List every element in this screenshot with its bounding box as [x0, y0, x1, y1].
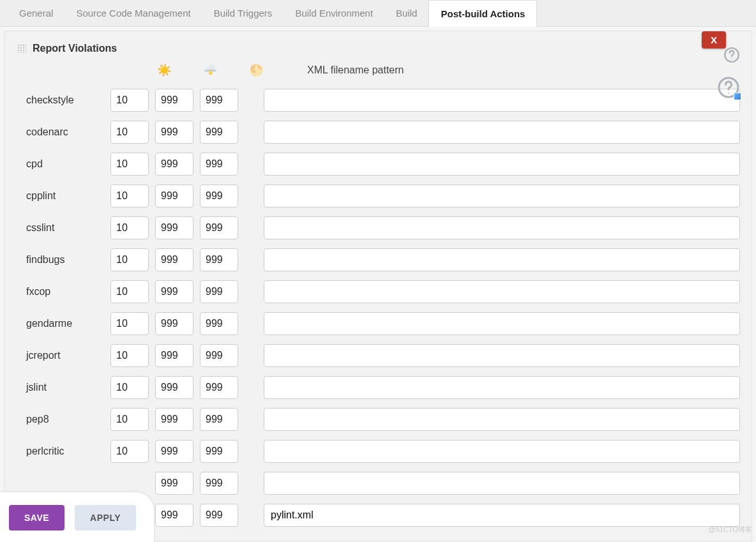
violation-name: fxcop — [16, 286, 110, 297]
violation-name: cpd — [16, 158, 110, 170]
cloudy-threshold-input[interactable] — [200, 440, 238, 463]
pattern-input[interactable] — [264, 89, 740, 112]
cloudy-threshold-input[interactable] — [200, 408, 238, 431]
violation-name: findbugs — [16, 254, 110, 266]
image-badge-icon — [734, 93, 741, 100]
pattern-input[interactable] — [264, 280, 740, 303]
tab-source-code-management[interactable]: Source Code Management — [64, 0, 202, 26]
stormy-threshold-input[interactable] — [155, 344, 193, 367]
stormy-threshold-input[interactable] — [155, 504, 193, 527]
sunny-threshold-input[interactable] — [110, 280, 149, 303]
stormy-threshold-input[interactable] — [155, 472, 193, 495]
watermark: @51CTO博客 — [709, 525, 752, 534]
report-violations-block: Report Violations ☀️ 🌩️ 🌕 XML filename p… — [16, 39, 740, 541]
pattern-input[interactable] — [264, 376, 740, 399]
sunny-threshold-input[interactable] — [110, 376, 149, 399]
pattern-input[interactable] — [264, 184, 740, 207]
close-button[interactable]: X — [702, 31, 726, 49]
cloudy-threshold-input[interactable] — [200, 184, 238, 207]
sunny-threshold-input[interactable] — [110, 184, 149, 207]
pattern-input[interactable] — [264, 153, 740, 176]
save-button[interactable]: SAVE — [9, 505, 64, 531]
cloudy-threshold-input[interactable] — [200, 216, 238, 239]
stormy-threshold-input[interactable] — [155, 376, 193, 399]
help-icon[interactable] — [723, 47, 740, 63]
cloudy-threshold-input[interactable] — [200, 312, 238, 335]
cloudy-threshold-input[interactable] — [200, 121, 238, 144]
stormy-icon: 🌩️ — [190, 63, 231, 77]
sunny-icon: ☀️ — [144, 63, 185, 77]
cloudy-threshold-input[interactable] — [200, 376, 238, 399]
violation-row: checkstyle — [16, 89, 740, 112]
sunny-threshold-input[interactable] — [110, 312, 149, 335]
sunny-threshold-input[interactable] — [110, 216, 149, 239]
tab-general[interactable]: General — [8, 0, 64, 26]
tab-post-build-actions[interactable]: Post-build Actions — [428, 0, 537, 27]
pattern-input[interactable] — [264, 504, 740, 527]
violation-row: cpplint — [16, 184, 740, 207]
stormy-threshold-input[interactable] — [155, 312, 193, 335]
violation-row: pep8 — [16, 408, 740, 431]
pattern-input[interactable] — [264, 248, 740, 271]
sunny-threshold-input[interactable] — [110, 248, 149, 271]
post-build-panel: X Report Violations ☀️ 🌩️ 🌕 XML filename… — [4, 31, 752, 541]
block-header: Report Violations — [16, 39, 740, 63]
violation-name: checkstyle — [16, 94, 110, 106]
violation-row: csslint — [16, 216, 740, 239]
stormy-threshold-input[interactable] — [155, 89, 193, 112]
tab-build-triggers[interactable]: Build Triggers — [202, 0, 284, 26]
stormy-threshold-input[interactable] — [155, 248, 193, 271]
violation-row: jslint — [16, 376, 740, 399]
sunny-threshold-input[interactable] — [110, 344, 149, 367]
stormy-threshold-input[interactable] — [155, 216, 193, 239]
violation-row: perlcritic — [16, 440, 740, 463]
violation-row: findbugs — [16, 248, 740, 271]
pattern-column-label: XML filename pattern — [307, 64, 404, 76]
pattern-input[interactable] — [264, 216, 740, 239]
stormy-threshold-input[interactable] — [155, 121, 193, 144]
help-icon-large[interactable] — [717, 76, 740, 99]
cloudy-threshold-input[interactable] — [200, 472, 238, 495]
stormy-threshold-input[interactable] — [155, 153, 193, 176]
cloudy-threshold-input[interactable] — [200, 89, 238, 112]
sunny-threshold-input[interactable] — [110, 440, 149, 463]
drag-handle-icon[interactable] — [17, 44, 26, 53]
violation-row: gendarme — [16, 312, 740, 335]
pattern-input[interactable] — [264, 440, 740, 463]
cloudy-threshold-input[interactable] — [200, 504, 238, 527]
sunny-threshold-input[interactable] — [110, 408, 149, 431]
stormy-threshold-input[interactable] — [155, 408, 193, 431]
violation-name: csslint — [16, 222, 110, 234]
apply-button[interactable]: APPLY — [75, 505, 136, 531]
stormy-threshold-input[interactable] — [155, 440, 193, 463]
violation-row: cpd — [16, 153, 740, 176]
violation-name: perlcritic — [16, 446, 110, 457]
pattern-input[interactable] — [264, 312, 740, 335]
pattern-input[interactable] — [264, 472, 740, 495]
violation-row: fxcop — [16, 280, 740, 303]
violation-name: codenarc — [16, 126, 110, 138]
sunny-threshold-input[interactable] — [110, 89, 149, 112]
violation-row: jcreport — [16, 344, 740, 367]
cloudy-threshold-input[interactable] — [200, 280, 238, 303]
violation-name: cpplint — [16, 190, 110, 202]
column-headers: ☀️ 🌩️ 🌕 XML filename pattern — [144, 63, 740, 77]
cloudy-threshold-input[interactable] — [200, 153, 238, 176]
tab-build[interactable]: Build — [384, 0, 428, 26]
cloudy-threshold-input[interactable] — [200, 248, 238, 271]
tab-build-environment[interactable]: Build Environment — [284, 0, 384, 26]
stormy-threshold-input[interactable] — [155, 280, 193, 303]
sunny-threshold-input[interactable] — [110, 153, 149, 176]
violation-name: gendarme — [16, 318, 110, 329]
sunny-threshold-input[interactable] — [110, 121, 149, 144]
pattern-input[interactable] — [264, 121, 740, 144]
cloudy-threshold-input[interactable] — [200, 344, 238, 367]
violation-name: pep8 — [16, 414, 110, 425]
violation-name: jcreport — [16, 350, 110, 361]
pattern-input[interactable] — [264, 408, 740, 431]
svg-point-3 — [728, 93, 729, 94]
pattern-input[interactable] — [264, 344, 740, 367]
footer-actions: SAVE APPLY — [0, 492, 155, 542]
config-tabs: GeneralSource Code ManagementBuild Trigg… — [0, 0, 756, 27]
stormy-threshold-input[interactable] — [155, 184, 193, 207]
